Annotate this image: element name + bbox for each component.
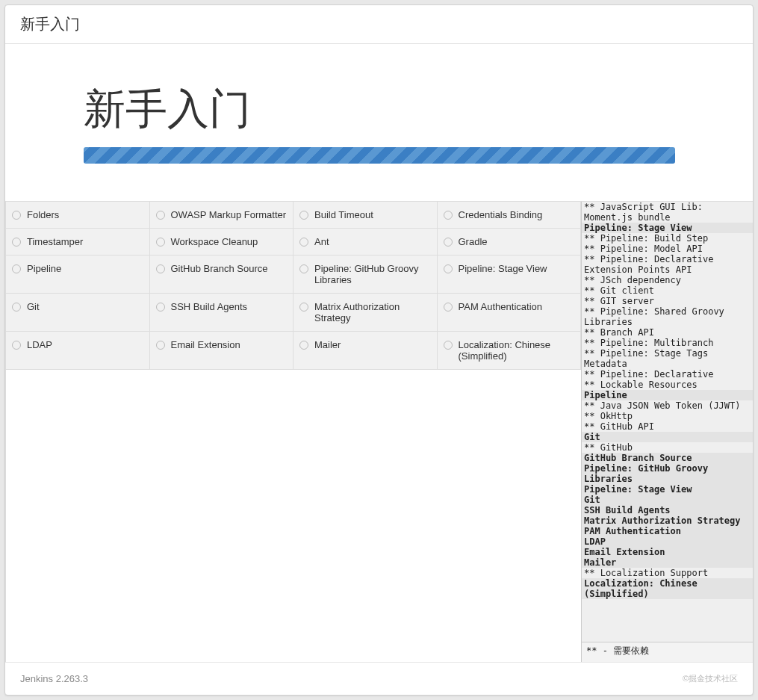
log-line: PAM Authentication <box>582 526 753 536</box>
log-line: GitHub Branch Source <box>582 453 753 463</box>
log-line: Localization: Chinese (Simplified) <box>582 578 753 599</box>
spinner-icon <box>299 264 308 273</box>
log-line: Pipeline <box>582 390 753 400</box>
plugin-label: Git <box>27 301 40 312</box>
log-body[interactable]: ** JavaScript GUI Lib: Moment.js bundleP… <box>582 202 753 642</box>
log-line: ** Lockable Resources <box>582 380 753 390</box>
log-line: ** Git client <box>582 285 753 296</box>
log-line: ** Branch API <box>582 327 753 338</box>
footer: Jenkins 2.263.3 ©掘金技术社区 <box>5 662 753 695</box>
plugin-cell: LDAP <box>6 332 150 370</box>
log-line: Mailer <box>582 557 753 568</box>
plugin-cell: Build Timeout <box>293 202 438 229</box>
progress-bar <box>84 147 675 164</box>
spinner-icon <box>12 238 21 247</box>
log-line: SSH Build Agents <box>582 505 753 515</box>
spinner-icon <box>156 264 165 273</box>
log-line: ** GIT server <box>582 296 753 306</box>
plugin-label: Gradle <box>459 236 488 247</box>
plugin-label: LDAP <box>27 339 52 350</box>
spinner-icon <box>12 303 21 312</box>
log-line: ** Pipeline: Stage Tags Metadata <box>582 348 753 369</box>
plugin-cell: Gradle <box>438 229 582 255</box>
log-line: ** JSch dependency <box>582 275 753 285</box>
spinner-icon <box>156 211 165 220</box>
watermark: ©掘金技术社区 <box>683 673 738 684</box>
log-line: ** GitHub API <box>582 421 753 432</box>
plugin-cell: Workspace Cleanup <box>150 229 294 255</box>
log-line: Pipeline: GitHub Groovy Libraries <box>582 463 753 484</box>
plugin-label: Timestamper <box>27 236 83 247</box>
plugin-label: GitHub Branch Source <box>171 263 268 274</box>
plugin-cell: PAM Authentication <box>438 294 582 332</box>
log-line: ** Java JSON Web Token (JJWT) <box>582 400 753 411</box>
plugin-label: SSH Build Agents <box>171 301 248 312</box>
log-line: Git <box>582 432 753 442</box>
plugin-label: Folders <box>27 209 59 220</box>
plugin-cell: OWASP Markup Formatter <box>150 202 294 229</box>
log-line: ** GitHub <box>582 442 753 453</box>
plugin-cell: GitHub Branch Source <box>150 255 294 294</box>
plugin-label: Ant <box>314 236 329 247</box>
log-footer: ** - 需要依赖 <box>582 642 753 662</box>
hero: 新手入门 <box>5 44 753 201</box>
plugin-cell: Localization: Chinese (Simplified) <box>438 332 582 370</box>
spinner-icon <box>299 303 308 312</box>
plugin-label: Build Timeout <box>314 209 373 220</box>
plugin-label: OWASP Markup Formatter <box>171 209 287 220</box>
log-line: ** Pipeline: Declarative Extension Point… <box>582 254 753 275</box>
spinner-icon <box>156 303 165 312</box>
spinner-icon <box>299 238 308 247</box>
spinner-icon <box>444 238 453 247</box>
log-line: Pipeline: Stage View <box>582 223 753 233</box>
spinner-icon <box>156 341 165 350</box>
plugin-label: Workspace Cleanup <box>171 236 258 247</box>
spinner-icon <box>156 238 165 247</box>
log-line: ** JavaScript GUI Lib: Moment.js bundle <box>582 202 753 223</box>
install-log: ** JavaScript GUI Lib: Moment.js bundleP… <box>581 202 753 662</box>
plugin-cell: Pipeline <box>6 255 150 294</box>
plugin-cell: Credentials Binding <box>438 202 582 229</box>
log-line: ** OkHttp <box>582 411 753 421</box>
spinner-icon <box>444 211 453 220</box>
plugin-label: Pipeline: GitHub Groovy Libraries <box>314 263 431 285</box>
plugin-label: Pipeline: Stage View <box>459 263 547 274</box>
plugin-label: PAM Authentication <box>459 301 543 312</box>
content-area: FoldersOWASP Markup FormatterBuild Timeo… <box>5 201 753 662</box>
log-line: Email Extension <box>582 547 753 557</box>
plugin-label: Credentials Binding <box>459 209 543 220</box>
log-line: LDAP <box>582 536 753 547</box>
log-line: ** Pipeline: Build Step <box>582 233 753 244</box>
plugin-cell: Pipeline: Stage View <box>438 255 582 294</box>
window-title: 新手入门 <box>5 5 753 44</box>
plugin-cell: Mailer <box>293 332 438 370</box>
plugin-cell: Folders <box>6 202 150 229</box>
spinner-icon <box>444 264 453 273</box>
spinner-icon <box>299 341 308 350</box>
version-label: Jenkins 2.263.3 <box>20 673 88 684</box>
log-line: ** Pipeline: Model API <box>582 244 753 254</box>
plugin-label: Mailer <box>314 339 341 350</box>
plugin-cell: Matrix Authorization Strategy <box>293 294 438 332</box>
plugin-label: Pipeline <box>27 263 61 274</box>
log-line: Git <box>582 495 753 505</box>
log-line: Pipeline: Stage View <box>582 484 753 495</box>
spinner-icon <box>444 341 453 350</box>
hero-title: 新手入门 <box>84 81 675 138</box>
plugin-cell: Timestamper <box>6 229 150 255</box>
plugin-cell: Ant <box>293 229 438 255</box>
plugin-cell: Pipeline: GitHub Groovy Libraries <box>293 255 438 294</box>
log-line: ** Localization Support <box>582 568 753 578</box>
log-line: ** Pipeline: Shared Groovy Libraries <box>582 306 753 327</box>
spinner-icon <box>12 341 21 350</box>
log-line: ** Pipeline: Declarative <box>582 369 753 380</box>
plugin-grid: FoldersOWASP Markup FormatterBuild Timeo… <box>5 202 581 662</box>
plugin-cell: Email Extension <box>150 332 294 370</box>
plugin-cell: SSH Build Agents <box>150 294 294 332</box>
spinner-icon <box>12 211 21 220</box>
plugin-label: Matrix Authorization Strategy <box>314 301 431 323</box>
plugin-cell: Git <box>6 294 150 332</box>
spinner-icon <box>12 264 21 273</box>
log-line: Matrix Authorization Strategy <box>582 515 753 526</box>
plugin-label: Email Extension <box>171 339 240 350</box>
